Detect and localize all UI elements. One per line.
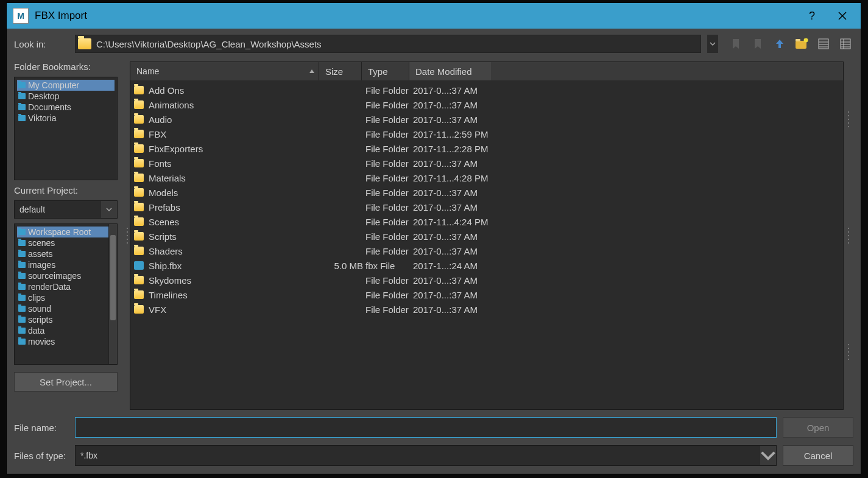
workspace-item[interactable]: sourceimages: [17, 270, 115, 281]
file-date: 2017-11...2:59 PM: [413, 129, 498, 139]
help-button[interactable]: ?: [800, 4, 824, 28]
workspace-item[interactable]: assets: [17, 248, 115, 259]
cancel-button[interactable]: Cancel: [783, 445, 853, 466]
close-button[interactable]: [830, 4, 855, 28]
new-folder-icon[interactable]: [794, 36, 810, 52]
file-row[interactable]: TimelinesFile Folder2017-0...:37 AM: [130, 287, 843, 302]
bookmark-label: Documents: [28, 102, 71, 112]
workspace-item[interactable]: scenes: [17, 237, 115, 248]
bookmark-item[interactable]: Viktoria: [17, 113, 115, 124]
file-date: 2017-0...:37 AM: [413, 304, 498, 315]
column-date[interactable]: Date Modified: [409, 62, 491, 80]
workspace-label: sound: [28, 304, 51, 314]
file-row[interactable]: FontsFile Folder2017-0...:37 AM: [130, 156, 843, 170]
file-date: 2017-11...2:28 PM: [413, 144, 498, 154]
file-date: 2017-0...:37 AM: [413, 231, 498, 242]
file-row[interactable]: ScriptsFile Folder2017-0...:37 AM: [130, 229, 843, 244]
workspace-item[interactable]: renderData: [17, 281, 115, 292]
file-row[interactable]: ShadersFile Folder2017-0...:37 AM: [130, 244, 843, 258]
open-button[interactable]: Open: [783, 417, 853, 438]
set-project-button[interactable]: Set Project...: [14, 372, 118, 392]
bookmark-item[interactable]: Documents: [17, 102, 115, 113]
file-name: Materials: [149, 173, 323, 183]
workspace-item[interactable]: movies: [17, 336, 115, 347]
file-row[interactable]: FBXFile Folder2017-11...2:59 PM: [130, 127, 843, 141]
folder-icon: [134, 290, 144, 299]
folder-icon: [134, 86, 144, 94]
path-dropdown[interactable]: [707, 35, 718, 53]
workspace-label: assets: [28, 249, 52, 259]
file-list[interactable]: Add OnsFile Folder2017-0...:37 AMAnimati…: [130, 80, 843, 409]
folder-icon: [134, 130, 144, 138]
project-select[interactable]: default: [14, 200, 118, 219]
workspace-label: renderData: [28, 282, 71, 292]
file-name: Scenes: [149, 217, 323, 227]
file-date: 2017-0...:37 AM: [413, 246, 498, 256]
file-row[interactable]: Add OnsFile Folder2017-0...:37 AM: [130, 83, 843, 97]
bookmark-item[interactable]: My Computer: [17, 80, 115, 91]
filetype-select[interactable]: *.fbx: [75, 445, 777, 466]
file-name: FbxExporters: [149, 144, 323, 154]
project-select-value: default: [19, 205, 45, 214]
workspace-label: clips: [28, 293, 45, 303]
workspace-item[interactable]: Workspace Root: [17, 227, 115, 237]
scrollbar-thumb[interactable]: [110, 235, 116, 320]
file-name: Models: [149, 188, 323, 198]
file-name: Ship.fbx: [149, 261, 323, 271]
file-row[interactable]: MaterialsFile Folder2017-11...4:28 PM: [130, 170, 843, 185]
file-row[interactable]: ScenesFile Folder2017-11...4:24 PM: [130, 214, 843, 229]
folder-icon: [18, 317, 26, 323]
file-type: File Folder: [365, 173, 413, 183]
splitter-right[interactable]: [844, 62, 853, 410]
splitter[interactable]: [125, 62, 130, 410]
up-folder-icon[interactable]: [772, 36, 788, 52]
workspace-item[interactable]: clips: [17, 292, 115, 303]
path-input[interactable]: C:\Users\Viktoria\Desktop\AG_Clean_Works…: [75, 35, 701, 53]
folder-icon: [18, 284, 26, 290]
workspace-panel: Workspace Rootscenesassetsimagessourceim…: [14, 223, 118, 365]
file-type: File Folder: [365, 275, 413, 286]
file-row[interactable]: FbxExportersFile Folder2017-11...2:28 PM: [130, 141, 843, 156]
column-name[interactable]: Name: [130, 62, 319, 80]
file-date: 2017-11...4:24 PM: [413, 217, 498, 227]
bookmarks-panel: My ComputerDesktopDocumentsViktoria: [14, 77, 118, 180]
file-row[interactable]: AudioFile Folder2017-0...:37 AM: [130, 112, 843, 127]
file-row[interactable]: SkydomesFile Folder2017-0...:37 AM: [130, 273, 843, 287]
file-name: FBX: [149, 129, 323, 139]
file-row[interactable]: VFXFile Folder2017-0...:37 AM: [130, 302, 843, 317]
bookmark-forward-icon[interactable]: [750, 36, 766, 52]
file-row[interactable]: PrefabsFile Folder2017-0...:37 AM: [130, 200, 843, 214]
file-name: Skydomes: [149, 275, 323, 286]
file-date: 2017-1...:24 AM: [413, 261, 498, 271]
workspace-label: Workspace Root: [28, 227, 91, 237]
workspace-item[interactable]: sound: [17, 303, 115, 314]
workspace-item[interactable]: images: [17, 259, 115, 270]
file-row[interactable]: ModelsFile Folder2017-0...:37 AM: [130, 185, 843, 200]
path-text: C:\Users\Viktoria\Desktop\AG_Clean_Works…: [96, 39, 322, 49]
folder-icon: [134, 174, 144, 182]
list-icon[interactable]: [816, 36, 831, 52]
column-type[interactable]: Type: [362, 62, 409, 80]
workspace-item[interactable]: data: [17, 325, 115, 336]
file-name: VFX: [149, 304, 323, 315]
folder-icon: [134, 188, 144, 197]
bookmark-item[interactable]: Desktop: [17, 91, 115, 102]
workspace-label: movies: [28, 337, 55, 346]
file-type: File Folder: [365, 246, 413, 256]
bookmark-back-icon[interactable]: [728, 36, 744, 52]
column-size[interactable]: Size: [319, 62, 362, 80]
file-date: 2017-0...:37 AM: [413, 202, 498, 213]
workspace-item[interactable]: scripts: [17, 314, 115, 325]
file-type: File Folder: [365, 129, 413, 139]
details-icon[interactable]: [838, 36, 853, 52]
file-list-panel: Name Size Type Date Modified Add OnsFile…: [130, 62, 844, 410]
workspace-label: images: [28, 260, 55, 270]
file-type: fbx File: [365, 261, 413, 271]
file-type: File Folder: [365, 231, 413, 242]
filename-input[interactable]: [75, 417, 777, 438]
scrollbar[interactable]: [108, 224, 117, 364]
file-row[interactable]: Ship.fbx5.0 MBfbx File2017-1...:24 AM: [130, 258, 843, 273]
folder-icon: [18, 306, 26, 312]
file-row[interactable]: AnimationsFile Folder2017-0...:37 AM: [130, 97, 843, 112]
file-type: File Folder: [365, 144, 413, 154]
